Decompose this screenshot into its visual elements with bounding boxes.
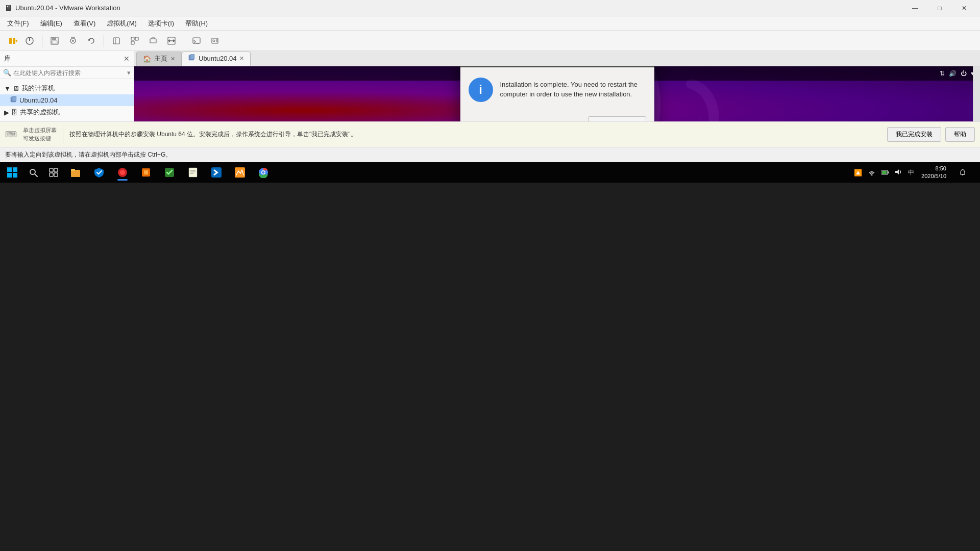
start-button[interactable]: [2, 163, 22, 182]
menu-edit[interactable]: 编辑(E): [35, 17, 67, 30]
sidebar-close-btn[interactable]: ✕: [124, 55, 130, 63]
toolbar-power-btn[interactable]: [21, 33, 38, 49]
svg-marker-2: [15, 39, 17, 42]
done-install-button[interactable]: 我已完成安装: [887, 127, 941, 142]
hint-line-1: 单击虚拟屏幕: [23, 127, 57, 134]
tree-label-my-computer: 我的计算机: [21, 84, 55, 93]
window-title: Ubuntu20.04 - VMware Workstation: [15, 4, 120, 12]
svg-rect-72: [888, 171, 889, 173]
task-view-button[interactable]: [44, 163, 63, 182]
taskbar-app-green[interactable]: [158, 163, 181, 182]
svg-rect-51: [54, 168, 58, 172]
svg-point-57: [120, 170, 125, 175]
red-app-icon: [117, 167, 128, 178]
taskbar-windows-security[interactable]: [88, 163, 110, 182]
tray-battery-icon[interactable]: [879, 167, 891, 179]
menu-file[interactable]: 文件(F): [2, 17, 34, 30]
toolbar-unity-btn[interactable]: [127, 33, 143, 49]
settings-icon: [211, 37, 219, 45]
sidebar-header: 库 ✕: [0, 51, 134, 67]
revert-icon: [87, 37, 95, 45]
taskbar-system-tray: 🔼 中 8:50 2020/5/10: [852, 163, 978, 182]
tree-item-my-computer[interactable]: ▼ 🖥 我的计算机: [0, 82, 134, 94]
toolbar-fullscreen-btn[interactable]: [108, 33, 125, 49]
svg-point-9: [72, 40, 74, 42]
tree-label-ubuntu: Ubuntu20.04: [19, 96, 57, 104]
taskbar-notification-button[interactable]: [951, 163, 974, 182]
menu-vm[interactable]: 虚拟机(M): [102, 17, 142, 30]
tray-ime-icon[interactable]: 中: [906, 166, 916, 179]
bottom-main-hint: 按照在物理计算机中的步骤安装 Ubuntu 64 位。安装完成后，操作系统会进行…: [69, 130, 881, 139]
search-icon: 🔍: [3, 69, 11, 77]
sidebar: 库 ✕ 🔍 ▾ ▼ 🖥 我的计算机 Ubuntu20.04: [0, 51, 134, 121]
taskbar-clock[interactable]: 8:50 2020/5/10: [918, 164, 949, 182]
toolbar-settings-btn[interactable]: [207, 33, 223, 49]
power-icon: [25, 36, 34, 45]
menu-tabs[interactable]: 选项卡(I): [143, 17, 179, 30]
tab-home-label: 主页: [154, 54, 167, 63]
toolbar-pause-btn[interactable]: [4, 33, 20, 49]
green-app-icon: [164, 167, 175, 178]
toolbar-sep-1: [42, 35, 42, 47]
search-input[interactable]: [13, 69, 125, 77]
dialog-message-text: Installation is complete. You need to re…: [500, 78, 646, 99]
svg-rect-16: [150, 39, 156, 43]
taskbar-search-button[interactable]: [23, 163, 43, 182]
shield-icon: [93, 167, 105, 178]
vmware-icon: 🖥: [4, 4, 12, 13]
taskbar-notepad[interactable]: [182, 163, 204, 182]
taskbar-app-red[interactable]: [111, 163, 134, 182]
svg-marker-19: [168, 39, 170, 42]
svg-rect-11: [113, 38, 119, 44]
clock-date: 2020/5/10: [921, 172, 946, 180]
title-bar: 🖥 Ubuntu20.04 - VMware Workstation — □ ✕: [0, 0, 980, 16]
tray-expand-icon[interactable]: 🔼: [852, 167, 864, 179]
toolbar-fit-btn[interactable]: [145, 33, 161, 49]
toolbar: [0, 31, 980, 51]
tray-volume-icon[interactable]: [893, 166, 904, 179]
minimize-button[interactable]: —: [903, 0, 927, 16]
vm-scrollbar[interactable]: [973, 66, 980, 121]
bottom-info-bar: ⌨ 单击虚拟屏幕 可发送按键 按照在物理计算机中的步骤安装 Ubuntu 64 …: [0, 121, 980, 147]
close-button[interactable]: ✕: [952, 0, 976, 16]
bottom-hint-left: 单击虚拟屏幕 可发送按键: [23, 127, 57, 142]
svg-rect-29: [12, 96, 16, 101]
svg-rect-53: [54, 173, 58, 177]
tab-ubuntu-close[interactable]: ✕: [239, 55, 244, 62]
taskbar-file-explorer[interactable]: [64, 163, 87, 182]
tree-item-shared-vms[interactable]: ▶ 🗄 共享的虚拟机: [0, 106, 134, 118]
toolbar-stretch-btn[interactable]: [163, 33, 180, 49]
taskbar-vscode[interactable]: [205, 163, 228, 182]
title-bar-controls: — □ ✕: [903, 0, 976, 16]
tray-network-icon[interactable]: [866, 166, 877, 179]
tree-item-ubuntu[interactable]: Ubuntu20.04: [0, 94, 134, 106]
taskbar-app-orange[interactable]: [135, 163, 157, 182]
svg-point-24: [213, 40, 215, 42]
taskbar-chrome[interactable]: [252, 163, 275, 182]
search-dropdown-icon[interactable]: ▾: [127, 69, 131, 77]
toolbar-console-btn[interactable]: [188, 33, 205, 49]
bottom-sep: [63, 126, 63, 144]
menu-help[interactable]: 帮助(H): [180, 17, 213, 30]
toolbar-floppy-btn[interactable]: [46, 33, 63, 49]
help-button[interactable]: 帮助: [945, 127, 975, 142]
vm-screen[interactable]: May 10 08:50 ⇅ 🔊 ⏻ ▾ Installation Comple…: [134, 66, 980, 121]
tab-home-close[interactable]: ✕: [170, 56, 175, 62]
taskbar-matlab[interactable]: [229, 163, 251, 182]
clock-time: 8:50: [921, 165, 946, 172]
svg-rect-44: [7, 167, 12, 172]
file-explorer-icon: [70, 167, 81, 178]
task-view-icon: [49, 168, 58, 177]
menu-view[interactable]: 查看(V): [68, 17, 101, 30]
toolbar-snapshot-btn[interactable]: [65, 33, 81, 49]
svg-rect-14: [135, 37, 138, 40]
sidebar-search-bar[interactable]: 🔍 ▾: [0, 67, 134, 79]
tab-home[interactable]: 🏠 主页 ✕: [136, 52, 182, 66]
tab-ubuntu[interactable]: Ubuntu20.04 ✕: [182, 52, 251, 66]
toolbar-sep-2: [104, 35, 104, 47]
restart-now-button[interactable]: Restart Now: [588, 116, 646, 122]
toolbar-revert-btn[interactable]: [83, 33, 100, 49]
maximize-button[interactable]: □: [928, 0, 951, 16]
snapshot-icon: [69, 37, 77, 45]
tab-bar: 🏠 主页 ✕ Ubuntu20.04 ✕: [134, 51, 980, 66]
